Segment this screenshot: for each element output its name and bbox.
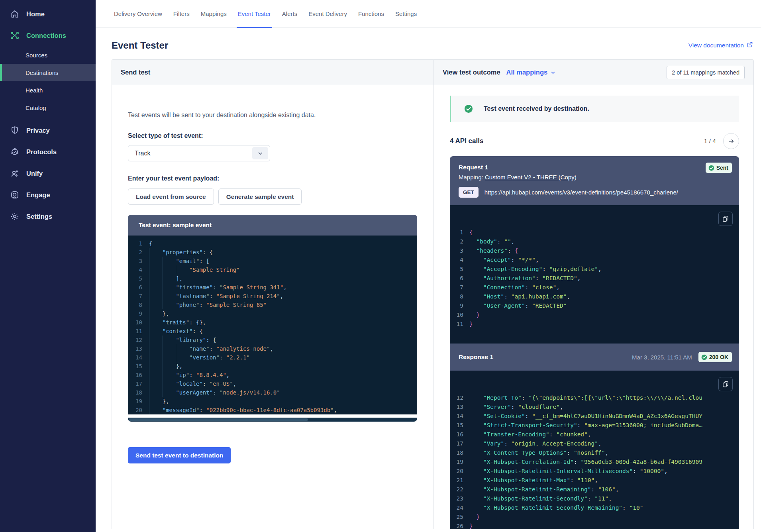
tab-alerts[interactable]: Alerts [277,0,303,27]
tab-mappings[interactable]: Mappings [195,0,232,27]
response-header: Response 1 Mar 3, 2025, 11:51 AM 200 OK [450,344,739,371]
mapping-link[interactable]: Custom Event V2 - THREE (Copy) [485,174,577,181]
copy-icon [722,381,729,388]
code-line: 11"context": { [128,327,417,336]
tab-delivery-overview[interactable]: Delivery Overview [108,0,168,27]
code-line: 11} [450,320,739,329]
api-call-card: Request 1 Mapping: Custom Event V2 - THR… [450,156,739,529]
next-api-call-button[interactable] [723,133,739,149]
line-number: 14 [128,353,142,362]
line-number: 25 [450,512,463,522]
tab-event-delivery[interactable]: Event Delivery [303,0,353,27]
code-line: 7"Connection": "close", [450,283,739,292]
line-number: 18 [450,448,463,457]
line-number: 8 [450,292,463,301]
code-line: 14"version": "2.2.1" [128,353,417,362]
payload-editor-code[interactable]: 1{2"properties": {3"email": [4"Sample St… [128,236,417,414]
tab-settings[interactable]: Settings [390,0,422,27]
code-line: 15"Strict-Transport-Security": "max-age=… [450,421,739,430]
code-line: 7"lastname": "Sample String 214", [128,292,417,300]
mapping-label: Mapping: [459,174,485,181]
sidebar-item-unify[interactable]: Unify [0,163,96,184]
code-line: 5"Accept-Encoding": "gzip,deflate", [450,265,739,274]
line-number: 7 [128,292,142,300]
sidebar-item-settings[interactable]: Settings [0,206,96,227]
editor-horizontal-scrollbar[interactable] [128,418,417,422]
line-number: 2 [450,237,463,246]
scrollbar-thumb[interactable] [129,418,308,421]
sidebar-item-home[interactable]: Home [0,3,96,25]
line-number: 22 [450,485,463,494]
sidebar-item-engage[interactable]: Engage [0,184,96,206]
line-number: 16 [128,371,142,379]
code-line: 1{ [450,228,739,237]
sidebar-subitem-health[interactable]: Health [0,81,96,99]
code-line: 18"X-Content-Type-Options": "nosniff", [450,448,739,457]
home-icon [10,9,20,19]
response-title: Response 1 [459,353,493,361]
line-number: 13 [450,402,463,412]
code-line: 19"X-Hubspot-Correlation-Id": "956a0cb3-… [450,457,739,467]
sidebar-item-label: Unify [26,170,43,177]
outcome-header: View test outcome All mappings 2 of 11 m… [434,60,753,85]
sidebar-item-protocols[interactable]: Protocols [0,141,96,163]
sidebar-item-connections[interactable]: Connections [0,25,96,46]
line-number: 15 [450,421,463,430]
page-title: Event Tester [112,40,168,51]
code-line: 8"Host": "api.hubapi.com", [450,292,739,301]
sidebar-item-privacy[interactable]: Privacy [0,120,96,141]
line-number: 17 [128,379,142,388]
api-calls-title: 4 API calls [450,137,483,145]
protocols-icon [10,147,20,157]
generate-sample-button[interactable]: Generate sample event [218,188,302,205]
line-number: 20 [450,467,463,476]
sidebar-item-label: Engage [26,191,50,199]
line-number: 4 [450,255,463,265]
send-test-event-button[interactable]: Send test event to destination [128,447,231,463]
code-line: 2"body": "", [450,237,739,246]
tab-event-tester[interactable]: Event Tester [232,0,277,27]
code-line: 4"Accept": "*/*", [450,255,739,265]
pagination-counter: 1 / 4 [704,137,716,145]
tab-functions[interactable]: Functions [353,0,390,27]
main-content: Delivery OverviewFiltersMappingsEvent Te… [96,0,761,532]
code-line: 5], [128,274,417,283]
code-line: 18"userAgent": "node.js/v14.16.0" [128,388,417,397]
tab-filters[interactable]: Filters [168,0,195,27]
code-line: 9}, [128,309,417,318]
line-number: 1 [450,228,463,237]
code-line: 6"firstname": "Sample String 341", [128,283,417,292]
code-line: 4"Sample String" [128,265,417,274]
code-line: 17"Vary": "origin, Accept-Encoding", [450,439,739,448]
privacy-icon [10,126,20,135]
sidebar-subitem-catalog[interactable]: Catalog [0,99,96,116]
mappings-filter-dropdown[interactable]: All mappings [506,69,556,76]
copy-response-button[interactable] [718,377,733,391]
chevron-down-icon[interactable] [252,147,268,159]
sidebar-item-label: Destinations [25,69,59,76]
view-documentation-link[interactable]: View documentation [688,41,753,49]
response-status-badge: 200 OK [698,352,732,362]
payload-editor-title: Test event: sample event [128,215,417,236]
code-line: 2"properties": { [128,248,417,257]
line-number: 8 [128,300,142,309]
api-calls-row: 4 API calls 1 / 4 [450,133,739,149]
copy-request-button[interactable] [718,212,733,226]
sidebar-subitem-destinations[interactable]: Destinations [0,64,96,81]
external-link-icon [747,41,753,49]
payload-buttons: Load event from source Generate sample e… [128,188,417,205]
code-line: 19}, [128,397,417,406]
code-line: 22"X-Hubspot-Ratelimit-Remaining": "106"… [450,485,739,494]
sidebar-subitem-sources[interactable]: Sources [0,46,96,64]
response-status-label: 200 OK [709,354,728,360]
line-number: 3 [128,257,142,265]
code-line: 10} [450,310,739,320]
line-number: 24 [450,503,463,512]
sidebar: HomeConnectionsSourcesDestinationsHealth… [0,0,96,532]
load-event-button[interactable]: Load event from source [128,188,214,205]
event-type-select[interactable]: Track [128,145,270,161]
code-line: 24"X-Hubspot-Ratelimit-Secondly-Remainin… [450,503,739,512]
line-number: 19 [450,457,463,467]
request-title: Request 1 [459,164,730,171]
code-line: 10"traits": {}, [128,318,417,327]
